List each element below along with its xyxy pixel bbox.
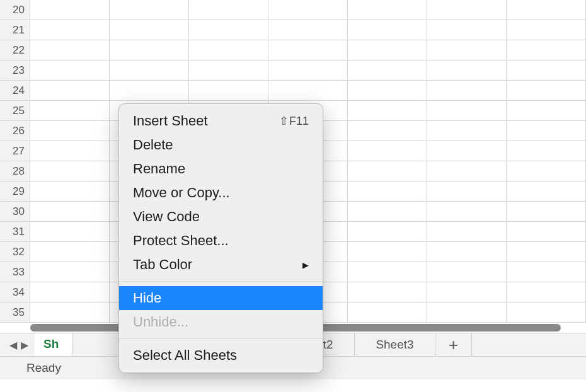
- cell[interactable]: [30, 161, 110, 181]
- cell[interactable]: [189, 0, 268, 20]
- nav-prev-icon[interactable]: ◀: [9, 339, 17, 351]
- cell[interactable]: [427, 0, 507, 20]
- cell[interactable]: [427, 262, 507, 282]
- cell[interactable]: [110, 81, 189, 100]
- menu-protect-sheet[interactable]: Protect Sheet...: [119, 229, 323, 253]
- cell[interactable]: [427, 141, 507, 161]
- row-header[interactable]: 33: [0, 262, 30, 282]
- cell[interactable]: [507, 0, 586, 20]
- cell[interactable]: [507, 303, 586, 322]
- cell[interactable]: [427, 40, 507, 60]
- cell[interactable]: [507, 81, 586, 100]
- cell[interactable]: [348, 282, 427, 302]
- cell[interactable]: [30, 303, 110, 322]
- row-header[interactable]: 30: [0, 202, 30, 221]
- row-header[interactable]: 27: [0, 141, 30, 161]
- cell[interactable]: [427, 161, 507, 181]
- menu-tab-color[interactable]: Tab Color ▶: [119, 253, 323, 277]
- cell[interactable]: [30, 40, 110, 60]
- cell[interactable]: [348, 20, 427, 40]
- menu-move-or-copy[interactable]: Move or Copy...: [119, 181, 323, 205]
- menu-select-all-sheets[interactable]: Select All Sheets: [119, 343, 323, 367]
- cell[interactable]: [427, 202, 507, 221]
- row-header[interactable]: 34: [0, 282, 30, 302]
- cell[interactable]: [189, 40, 268, 60]
- cell[interactable]: [30, 242, 110, 262]
- cell[interactable]: [507, 161, 586, 181]
- cell[interactable]: [348, 242, 427, 262]
- cell[interactable]: [427, 81, 507, 100]
- cell[interactable]: [507, 222, 586, 241]
- menu-delete[interactable]: Delete: [119, 133, 323, 157]
- row-header[interactable]: 31: [0, 222, 30, 241]
- cell[interactable]: [507, 121, 586, 141]
- cell[interactable]: [189, 61, 268, 80]
- cell[interactable]: [30, 182, 110, 201]
- row-header[interactable]: 26: [0, 121, 30, 141]
- cell[interactable]: [268, 40, 348, 60]
- cell[interactable]: [348, 101, 427, 120]
- row-header[interactable]: 24: [0, 81, 30, 100]
- cell[interactable]: [189, 81, 268, 100]
- menu-insert-sheet[interactable]: Insert Sheet ⇧ F11: [119, 109, 323, 133]
- row-header[interactable]: 32: [0, 242, 30, 262]
- cell[interactable]: [427, 182, 507, 201]
- cell[interactable]: [348, 61, 427, 80]
- cell[interactable]: [110, 20, 189, 40]
- cell[interactable]: [30, 222, 110, 241]
- cell[interactable]: [507, 202, 586, 221]
- cell[interactable]: [348, 222, 427, 241]
- cell[interactable]: [507, 101, 586, 120]
- cell[interactable]: [348, 303, 427, 322]
- cell[interactable]: [427, 121, 507, 141]
- cell[interactable]: [268, 20, 348, 40]
- cell[interactable]: [110, 61, 189, 80]
- row-header[interactable]: 21: [0, 20, 30, 40]
- cell[interactable]: [427, 303, 507, 322]
- cell[interactable]: [348, 262, 427, 282]
- cell[interactable]: [507, 242, 586, 262]
- cell[interactable]: [30, 81, 110, 100]
- cell[interactable]: [427, 101, 507, 120]
- cell[interactable]: [110, 40, 189, 60]
- row-header[interactable]: 28: [0, 161, 30, 181]
- cell[interactable]: [507, 282, 586, 302]
- cell[interactable]: [427, 61, 507, 80]
- cell[interactable]: [30, 101, 110, 120]
- cell[interactable]: [427, 20, 507, 40]
- row-header[interactable]: 25: [0, 101, 30, 120]
- cell[interactable]: [348, 202, 427, 221]
- cell[interactable]: [268, 81, 348, 100]
- cell[interactable]: [348, 0, 427, 20]
- cell[interactable]: [268, 0, 348, 20]
- menu-view-code[interactable]: View Code: [119, 205, 323, 229]
- cell[interactable]: [348, 141, 427, 161]
- cell[interactable]: [507, 141, 586, 161]
- cell[interactable]: [30, 0, 110, 20]
- row-header[interactable]: 23: [0, 61, 30, 80]
- cell[interactable]: [30, 262, 110, 282]
- cell[interactable]: [348, 121, 427, 141]
- cell[interactable]: [427, 242, 507, 262]
- cell[interactable]: [507, 40, 586, 60]
- cell[interactable]: [30, 282, 110, 302]
- cell[interactable]: [348, 161, 427, 181]
- cell[interactable]: [268, 61, 348, 80]
- cell[interactable]: [189, 20, 268, 40]
- menu-hide[interactable]: Hide: [119, 286, 323, 310]
- add-sheet-button[interactable]: +: [435, 333, 472, 356]
- cell[interactable]: [507, 182, 586, 201]
- cell[interactable]: [110, 0, 189, 20]
- sheet-tab-active[interactable]: Sh: [35, 333, 72, 356]
- row-header[interactable]: 35: [0, 303, 30, 322]
- cell[interactable]: [348, 40, 427, 60]
- cell[interactable]: [507, 61, 586, 80]
- cell[interactable]: [427, 282, 507, 302]
- menu-rename[interactable]: Rename: [119, 157, 323, 181]
- nav-next-icon[interactable]: ▶: [21, 339, 28, 351]
- cell[interactable]: [507, 262, 586, 282]
- row-header[interactable]: 20: [0, 0, 30, 20]
- cell[interactable]: [507, 20, 586, 40]
- cell[interactable]: [30, 141, 110, 161]
- row-header[interactable]: 29: [0, 182, 30, 201]
